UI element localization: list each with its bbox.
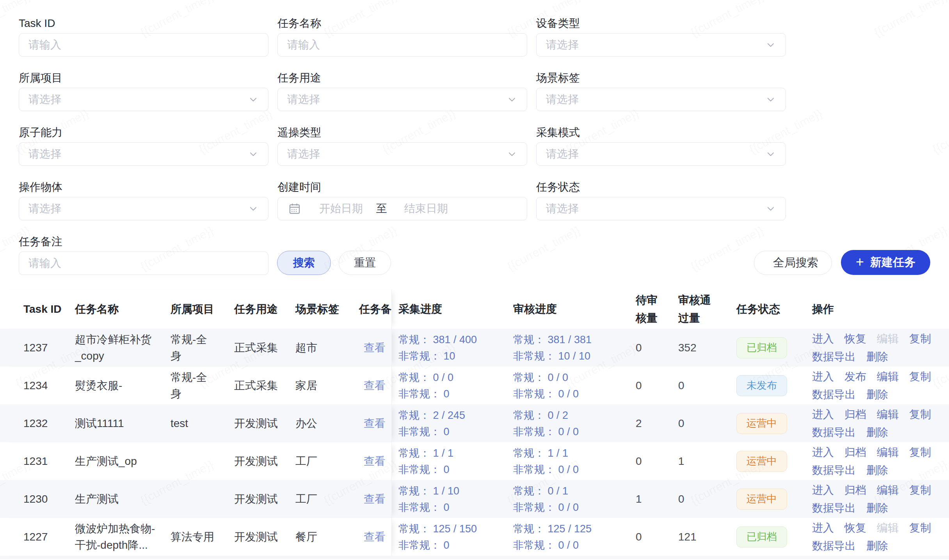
action-link[interactable]: 编辑 [877, 443, 899, 461]
action-link[interactable]: 进入 [812, 519, 834, 537]
cell-task-id: 1227 [23, 518, 75, 556]
action-link[interactable]: 恢复 [844, 330, 866, 348]
action-link[interactable]: 删除 [866, 386, 888, 404]
cell-status: 未发布 [736, 367, 805, 404]
action-link[interactable]: 归档 [844, 406, 866, 424]
cell-line: 熨烫衣服- [75, 377, 122, 394]
filter-daterange-10[interactable]: 开始日期至结束日期 [277, 197, 527, 220]
action-link[interactable]: 复制 [909, 406, 931, 424]
view-remark-link[interactable]: 查看 [364, 378, 386, 393]
header-cell: 待审核量 [632, 290, 676, 329]
action-link[interactable]: 删除 [866, 499, 888, 517]
filter-field-3: 所属项目请选择 [19, 68, 268, 111]
filter-select-11[interactable]: 请选择 [536, 197, 786, 220]
view-remark-link[interactable]: 查看 [364, 530, 386, 544]
cell-line: 常规： 125 / 150 [398, 521, 477, 537]
action-link[interactable]: 编辑 [877, 481, 899, 499]
cell-line: 非常规： 10 / 10 [513, 348, 590, 364]
action-link[interactable]: 编辑 [877, 368, 899, 386]
create-task-button[interactable]: + 新建任务 [841, 250, 930, 275]
filter-select-9[interactable]: 请选择 [19, 197, 268, 220]
action-link[interactable]: 删除 [866, 424, 888, 441]
action-link[interactable]: 数据导出 [812, 348, 856, 366]
filter-select-2[interactable]: 请选择 [536, 33, 786, 57]
cell-usage: 正式采集 [234, 329, 295, 367]
remark-field-slot: 任务备注请输入 [19, 232, 268, 275]
cell-status: 已归档 [736, 329, 805, 367]
action-link[interactable]: 归档 [844, 481, 866, 499]
action-link[interactable]: 进入 [812, 368, 834, 386]
action-link[interactable]: 删除 [866, 537, 888, 555]
cell-task-id: 1230 [23, 480, 75, 518]
cell-line: 干扰-depth降... [75, 537, 148, 553]
table-body: 1237超市冷鲜柜补货_copy常规-全身正式采集超市查看常规： 381 / 4… [0, 329, 949, 556]
action-link[interactable]: 发布 [844, 368, 866, 386]
action-link[interactable]: 数据导出 [812, 424, 856, 441]
action-link[interactable]: 进入 [812, 330, 834, 348]
search-button[interactable]: 搜索 [277, 251, 331, 275]
action-link[interactable]: 删除 [866, 461, 888, 479]
action-link[interactable]: 编辑 [877, 406, 899, 424]
filter-select-6[interactable]: 请选择 [19, 142, 268, 166]
filter-select-5[interactable]: 请选择 [536, 88, 786, 111]
action-link[interactable]: 进入 [812, 406, 834, 424]
action-link[interactable]: 进入 [812, 481, 834, 499]
row-fixed-group: 1237超市冷鲜柜补货_copy常规-全身正式采集超市查看 [0, 329, 392, 367]
chevron-down-icon [765, 149, 776, 159]
action-link[interactable]: 数据导出 [812, 386, 856, 404]
passed-count: 0 [678, 379, 684, 392]
cell-review-progress: 常规： 0 / 2非常规： 0 / 0 [513, 404, 632, 442]
view-remark-link[interactable]: 查看 [364, 340, 386, 355]
filter-input-1[interactable]: 请输入 [277, 33, 527, 57]
action-link[interactable]: 删除 [866, 348, 888, 366]
cell-collect-progress: 常规： 381 / 400非常规： 10 [392, 329, 513, 367]
filter-field-label: 原子能力 [19, 123, 268, 142]
select-placeholder: 请选择 [546, 201, 579, 216]
view-remark-link[interactable]: 查看 [364, 454, 386, 469]
cell-line: 非常规： 0 / 0 [513, 386, 579, 402]
cell-scene: 餐厅 [295, 518, 359, 556]
action-link[interactable]: 归档 [844, 443, 866, 461]
action-link[interactable]: 数据导出 [812, 499, 856, 517]
filter-field-0: Task ID请输入 [19, 14, 268, 57]
cell-status: 已归档 [736, 518, 805, 556]
cell-task-name: 微波炉加热食物-干扰-depth降... [75, 518, 171, 556]
select-placeholder: 请选择 [28, 201, 61, 216]
filter-select-4[interactable]: 请选择 [277, 88, 527, 111]
global-search-button[interactable]: 全局搜索 [754, 251, 832, 275]
header-cell: 任务备注 [359, 290, 392, 329]
action-link[interactable]: 复制 [909, 443, 931, 461]
filter-select-3[interactable]: 请选择 [19, 88, 268, 111]
status-badge: 未发布 [736, 375, 787, 396]
header-cell: 所属项目 [171, 290, 234, 329]
passed-count: 121 [678, 531, 697, 543]
action-link[interactable]: 复制 [909, 330, 931, 348]
filter-select-8[interactable]: 请选择 [536, 142, 786, 166]
view-remark-link[interactable]: 查看 [364, 416, 386, 431]
cell-actions: 进入发布编辑复制数据导出删除 [805, 367, 949, 404]
filter-input-0[interactable]: 请输入 [19, 33, 268, 57]
action-link[interactable]: 进入 [812, 443, 834, 461]
action-link[interactable]: 复制 [909, 481, 931, 499]
action-link[interactable]: 恢复 [844, 519, 866, 537]
action-link[interactable]: 数据导出 [812, 537, 856, 555]
plus-icon: + [856, 255, 864, 269]
action-link[interactable]: 复制 [909, 368, 931, 386]
row-scroll-group: 常规： 1 / 10非常规： 0常规： 0 / 1非常规： 0 / 010运营中… [392, 480, 949, 518]
cell-pending-count: 0 [632, 329, 676, 367]
filter-input-12[interactable]: 请输入 [19, 252, 268, 275]
cell-remark: 查看 [359, 404, 392, 442]
reset-button[interactable]: 重置 [339, 251, 391, 275]
view-remark-link[interactable]: 查看 [364, 492, 386, 507]
table-row: 1234熨烫衣服-常规-全身正式采集家居查看常规： 0 / 0非常规： 0常规：… [0, 367, 949, 404]
cell-collect-progress: 常规： 125 / 150非常规： 0 [392, 518, 513, 556]
action-link[interactable]: 数据导出 [812, 461, 856, 479]
row-scroll-group: 常规： 1 / 1非常规： 0常规： 1 / 1非常规： 0 / 001运营中进… [392, 442, 949, 480]
action-link[interactable]: 复制 [909, 519, 931, 537]
pending-count: 0 [636, 342, 642, 354]
cell-line: 算法专用 [171, 529, 214, 545]
filter-field-label: Task ID [19, 14, 268, 33]
cell-task-name: 生产测试_op [75, 442, 171, 480]
filter-select-7[interactable]: 请选择 [277, 142, 527, 166]
cell-line: 非常规： 0 [398, 461, 450, 478]
